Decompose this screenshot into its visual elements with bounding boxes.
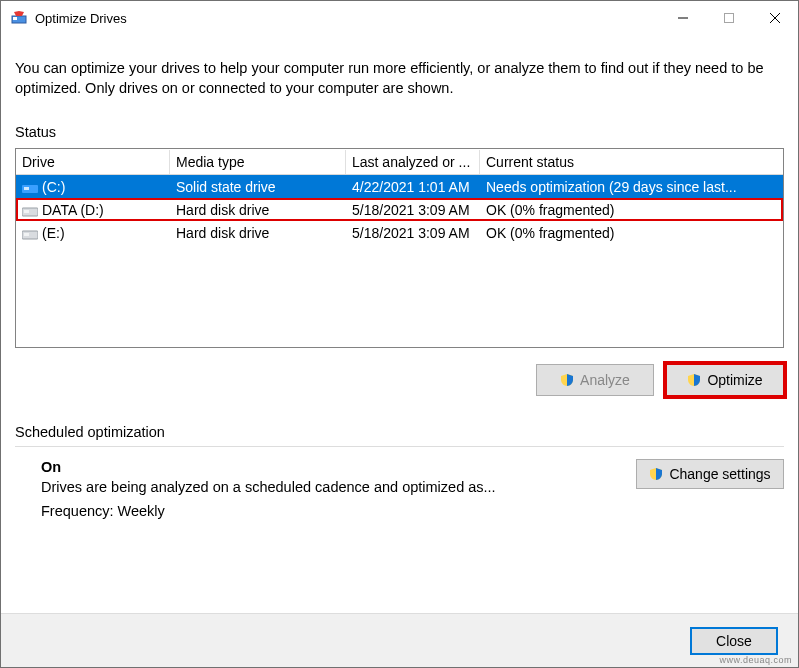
svg-rect-9 [24, 210, 29, 213]
drive-media: Solid state drive [170, 177, 346, 197]
svg-rect-7 [24, 187, 29, 190]
optimize-drives-window: { "titlebar": { "title": "Optimize Drive… [0, 0, 799, 668]
drive-analyzed: 4/22/2021 1:01 AM [346, 177, 480, 197]
optimize-label: Optimize [707, 372, 762, 388]
minimize-button[interactable] [660, 3, 706, 33]
close-button[interactable]: Close [690, 627, 778, 655]
shield-icon [560, 373, 574, 387]
shield-icon [687, 373, 701, 387]
drive-analyzed: 5/18/2021 3:09 AM [346, 223, 480, 243]
maximize-button[interactable] [706, 3, 752, 33]
titlebar: Optimize Drives [1, 1, 798, 35]
drive-icon [22, 204, 38, 216]
app-icon [11, 10, 27, 26]
status-label: Status [15, 124, 784, 140]
drive-list-header: Drive Media type Last analyzed or ... Cu… [16, 149, 783, 175]
drive-list: Drive Media type Last analyzed or ... Cu… [15, 148, 784, 348]
svg-rect-3 [725, 14, 734, 23]
drive-icon [22, 181, 38, 193]
scheduled-on: On [41, 459, 636, 475]
drive-name: DATA (D:) [42, 202, 104, 218]
window-title: Optimize Drives [35, 11, 127, 26]
separator [15, 446, 784, 447]
svg-rect-1 [13, 17, 17, 20]
drive-row[interactable]: (C:) Solid state drive 4/22/2021 1:01 AM… [16, 175, 783, 198]
drive-analyzed: 5/18/2021 3:09 AM [346, 200, 480, 220]
header-analyzed[interactable]: Last analyzed or ... [346, 150, 480, 174]
drive-row[interactable]: (E:) Hard disk drive 5/18/2021 3:09 AM O… [16, 221, 783, 244]
action-buttons: Analyze Optimize [15, 364, 784, 396]
drive-media: Hard disk drive [170, 223, 346, 243]
content-area: You can optimize your drives to help you… [1, 35, 798, 535]
watermark: www.deuaq.com [719, 655, 792, 665]
drive-name: (E:) [42, 225, 65, 241]
scheduled-body: On Drives are being analyzed on a schedu… [15, 459, 784, 527]
drive-icon [22, 227, 38, 239]
drive-status: OK (0% fragmented) [480, 200, 783, 220]
drive-media: Hard disk drive [170, 200, 346, 220]
close-label: Close [716, 633, 752, 649]
drive-row[interactable]: DATA (D:) Hard disk drive 5/18/2021 3:09… [16, 198, 783, 221]
change-settings-label: Change settings [669, 466, 770, 482]
header-status[interactable]: Current status [480, 150, 783, 174]
svg-rect-11 [24, 233, 29, 236]
scheduled-line1: Drives are being analyzed on a scheduled… [41, 479, 636, 495]
analyze-label: Analyze [580, 372, 630, 388]
scheduled-line2: Frequency: Weekly [41, 503, 636, 519]
drive-name: (C:) [42, 179, 65, 195]
change-settings-button[interactable]: Change settings [636, 459, 784, 489]
drive-status: Needs optimization (29 days since last..… [480, 177, 783, 197]
description-text: You can optimize your drives to help you… [15, 59, 784, 98]
header-media[interactable]: Media type [170, 150, 346, 174]
close-window-button[interactable] [752, 3, 798, 33]
header-drive[interactable]: Drive [16, 150, 170, 174]
scheduled-label: Scheduled optimization [15, 424, 784, 440]
optimize-button[interactable]: Optimize [666, 364, 784, 396]
drive-status: OK (0% fragmented) [480, 223, 783, 243]
footer: Close [1, 613, 798, 667]
shield-icon [649, 467, 663, 481]
analyze-button[interactable]: Analyze [536, 364, 654, 396]
